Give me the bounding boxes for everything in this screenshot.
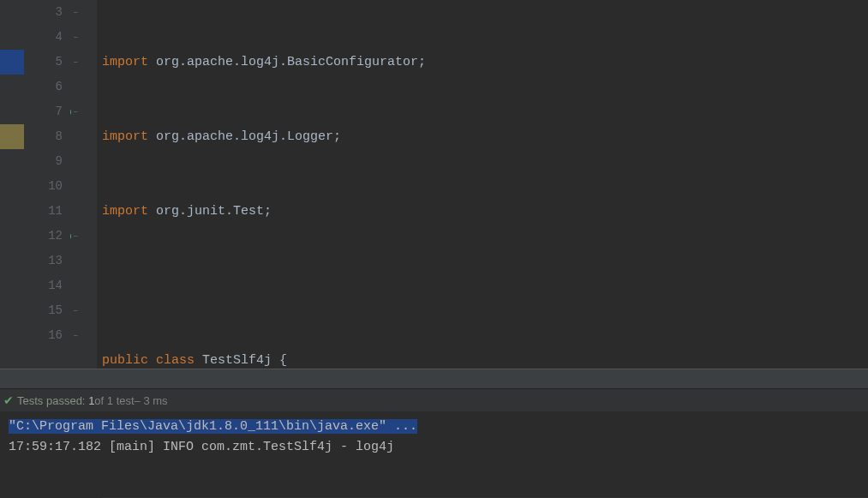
fold-toggle[interactable]: –	[73, 224, 79, 249]
tests-total: of 1 test	[94, 394, 134, 407]
line-number[interactable]: 11	[24, 199, 63, 224]
line-number[interactable]: 5	[24, 50, 63, 75]
code-line[interactable]: public class TestSlf4j {	[102, 348, 868, 373]
line-number[interactable]: 4	[24, 25, 63, 50]
line-number[interactable]: 16	[24, 323, 63, 348]
gutter: 3 4 5 6 7 8 9 10 11 12 13 14 15 16	[24, 0, 71, 369]
line-number[interactable]: 15	[24, 298, 63, 323]
fold-toggle[interactable]: –	[73, 298, 79, 323]
fold-toggle[interactable]: –	[73, 323, 79, 348]
code-line[interactable]: import org.junit.Test;	[102, 199, 868, 224]
tests-passed-count: 1	[88, 394, 94, 407]
fold-toggle[interactable]: –	[73, 99, 79, 124]
tests-time: – 3 ms	[135, 394, 168, 407]
line-number[interactable]: 13	[24, 249, 63, 273]
fold-column: – – – – – – –	[71, 0, 97, 369]
line-number[interactable]: 6	[24, 75, 63, 99]
line-number[interactable]: 10	[24, 174, 63, 199]
line-number[interactable]	[24, 348, 63, 373]
line-number[interactable]: 8	[24, 124, 63, 149]
line-number[interactable]: 9	[24, 149, 63, 174]
line-number[interactable]: 3	[24, 0, 63, 25]
check-icon: ✔	[3, 393, 14, 407]
line-number[interactable]: 7	[24, 99, 63, 124]
code-line[interactable]: import org.apache.log4j.Logger;	[102, 124, 868, 149]
console-command: "C:\Program Files\Java\jdk1.8.0_111\bin\…	[9, 419, 417, 434]
fold-toggle[interactable]: –	[73, 50, 79, 75]
line-number[interactable]: 12	[24, 224, 63, 249]
code-editor[interactable]: import org.apache.log4j.BasicConfigurato…	[97, 0, 868, 369]
tests-passed-label: Tests passed:	[17, 394, 86, 407]
line-number[interactable]: 14	[24, 273, 63, 298]
left-strip	[0, 0, 24, 369]
fold-toggle[interactable]: –	[73, 0, 79, 25]
code-line[interactable]: import org.apache.log4j.BasicConfigurato…	[102, 50, 868, 75]
fold-toggle[interactable]: –	[73, 25, 79, 50]
code-line[interactable]	[102, 273, 868, 298]
editor-area: 3 4 5 6 7 8 9 10 11 12 13 14 15 16 – – –…	[0, 0, 868, 369]
